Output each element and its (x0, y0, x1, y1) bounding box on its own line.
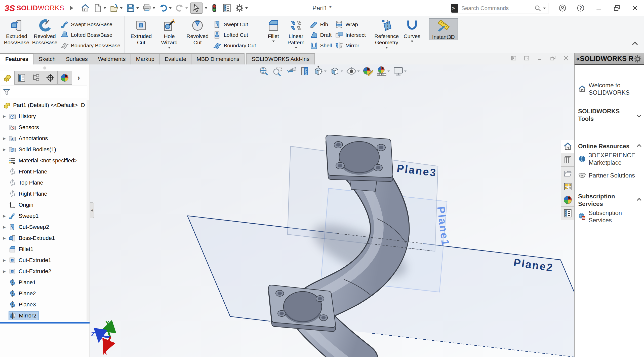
tree-item-cut-extrude1[interactable]: ▶Cut-Extrude1 (0, 255, 90, 266)
tab-feature-manager[interactable] (0, 71, 15, 85)
dock-left-icon[interactable] (510, 55, 517, 61)
doc-close-icon[interactable] (563, 55, 569, 61)
tab-dimxpert-manager[interactable] (43, 71, 58, 85)
print-button[interactable] (141, 3, 156, 14)
select-tool-button[interactable] (190, 3, 203, 14)
account-button[interactable] (553, 0, 572, 16)
tree-item-origin[interactable]: Origin (0, 199, 90, 210)
help-button[interactable] (572, 0, 590, 16)
undo-dropdown-arrow[interactable] (169, 7, 172, 9)
tab-property-manager[interactable] (14, 71, 29, 85)
save-dropdown-arrow[interactable] (136, 7, 139, 9)
hide-show-items-button[interactable] (346, 65, 360, 77)
task-pane-header[interactable]: « SOLIDWORKS R (575, 53, 644, 65)
tab-appearances[interactable] (561, 193, 574, 207)
lower-flange[interactable] (271, 288, 333, 329)
search-commands-box[interactable]: >_ (450, 3, 548, 14)
redo-button[interactable] (174, 3, 189, 14)
select-dropdown-arrow[interactable] (205, 7, 207, 9)
options-dropdown-arrow[interactable] (245, 7, 248, 9)
tab-mbd-dimensions[interactable]: MBD Dimensions (191, 53, 245, 64)
tab-display-manager[interactable] (57, 71, 72, 85)
edit-appearance-button[interactable] (362, 65, 374, 77)
display-style-button[interactable] (329, 65, 344, 77)
tab-evaluate[interactable]: Evaluate (159, 53, 192, 64)
close-button[interactable] (626, 0, 644, 16)
tree-item-cut-extrude2[interactable]: ▶Cut-Extrude2 (0, 266, 90, 277)
tree-item-mirror2[interactable]: Mirror2 (0, 310, 90, 321)
fillet-dropdown-arrow[interactable] (272, 41, 275, 42)
restore-button[interactable] (608, 0, 626, 16)
apply-scene-dropdown-arrow[interactable] (387, 70, 390, 72)
solidworks-tools-section[interactable]: SOLIDWORKSTools (578, 108, 641, 123)
save-button[interactable] (125, 3, 140, 14)
chevron-up-icon[interactable] (637, 144, 641, 149)
tab-markup[interactable]: Markup (131, 53, 159, 64)
tab-custom-properties[interactable] (561, 206, 574, 220)
open-button[interactable] (109, 3, 124, 14)
dock-right-icon[interactable] (524, 55, 530, 61)
gear-icon[interactable] (633, 55, 642, 63)
new-document-button[interactable] (92, 3, 107, 14)
tree-item-plane3[interactable]: Plane3 (0, 299, 90, 310)
linear-pattern-dropdown-arrow[interactable] (295, 47, 297, 49)
apply-scene-button[interactable] (376, 65, 390, 77)
subscription-services-link[interactable]: SubscriptionServices (578, 209, 641, 224)
reference-geometry-dropdown-arrow[interactable] (385, 47, 388, 49)
tab-features[interactable]: Features (0, 53, 34, 64)
chevrons-left-icon[interactable]: « (576, 55, 580, 63)
rollback-bar[interactable] (0, 322, 90, 324)
tree-item-right-plane[interactable]: Right Plane (0, 188, 90, 199)
panel-resize-handle[interactable] (43, 66, 46, 69)
view-orientation-dropdown-arrow[interactable] (324, 70, 327, 72)
print-dropdown-arrow[interactable] (153, 7, 155, 9)
online-resources-section[interactable]: Online Resources (578, 142, 641, 150)
boundary-cut-button[interactable]: Boundary Cut (212, 41, 257, 50)
view-orientation-button[interactable] (312, 65, 327, 77)
extruded-boss-button[interactable]: ExtrudedBoss/Base (3, 18, 31, 46)
reference-geometry-button[interactable]: ReferenceGeometry (373, 18, 401, 49)
redo-dropdown-arrow[interactable] (185, 7, 188, 9)
hide-show-dropdown-arrow[interactable] (357, 70, 360, 72)
tree-item-plane1[interactable]: Plane1 (0, 277, 90, 288)
ribbon-collapse-button[interactable] (633, 42, 640, 46)
curves-dropdown-arrow[interactable] (411, 41, 413, 42)
tree-item-sweep1[interactable]: ▶Sweep1 (0, 210, 90, 222)
subscription-services-section[interactable]: SubscriptionServices (578, 193, 641, 208)
graphics-viewport[interactable]: Plane3 Plane1 Plane2 Y Z X (0, 64, 574, 357)
tree-item-sensors[interactable]: Sensors (0, 122, 90, 133)
menu-expand-arrow[interactable] (70, 6, 73, 11)
tree-item-solid-bodies[interactable]: ▶Solid Bodies(1) (0, 144, 90, 155)
lofted-boss-button[interactable]: Lofted Boss/Base (59, 30, 122, 40)
tab-weldments[interactable]: Weldments (93, 53, 131, 64)
tree-item-top-plane[interactable]: Top Plane (0, 177, 90, 188)
hole-wizard-dropdown-arrow[interactable] (168, 47, 171, 49)
revolved-cut-button[interactable]: RevolvedCut (183, 18, 212, 46)
tab-view-palette[interactable] (561, 180, 574, 193)
partner-solutions-link[interactable]: Partner Solutions (578, 171, 641, 179)
lofted-cut-button[interactable]: Lofted Cut (212, 30, 257, 40)
tree-filter-box[interactable] (1, 86, 87, 98)
tab-configuration-manager[interactable] (29, 71, 43, 85)
extruded-cut-button[interactable]: ExtrudedCut (127, 18, 155, 46)
search-icon[interactable] (534, 5, 541, 12)
search-dropdown-arrow[interactable] (543, 8, 546, 9)
instant3d-button[interactable]: Instant3D (429, 18, 458, 40)
welcome-link[interactable]: Welcome toSOLIDWORKS (578, 82, 641, 96)
wrap-button[interactable]: Wrap (333, 20, 367, 29)
tree-item-cut-sweep2[interactable]: ▶Cut-Sweep2 (0, 222, 90, 233)
tree-item-annotations[interactable]: ▶Annotations (0, 133, 90, 144)
previous-view-button[interactable] (285, 65, 297, 77)
tab-design-library[interactable] (561, 153, 574, 167)
tree-item-plane2[interactable]: Plane2 (0, 288, 90, 299)
view-settings-button[interactable] (392, 65, 407, 77)
curves-button[interactable]: Curves (401, 18, 423, 42)
swept-cut-button[interactable]: Swept Cut (212, 20, 257, 29)
tree-root[interactable]: Part1 (Default) <<Default>_D (0, 100, 90, 111)
intersect-button[interactable]: Intersect (333, 30, 367, 40)
search-input[interactable] (461, 5, 534, 12)
tab-file-explorer[interactable] (561, 166, 574, 180)
chevron-up-icon[interactable] (637, 198, 641, 202)
pin-icon[interactable] (642, 55, 644, 63)
file-properties-button[interactable] (221, 3, 232, 14)
